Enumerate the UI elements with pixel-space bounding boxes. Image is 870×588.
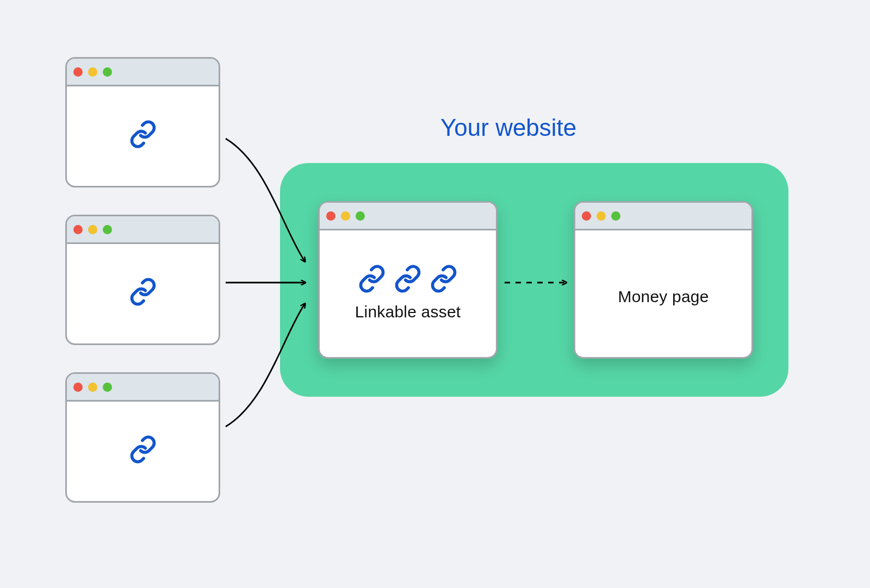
- traffic-light-red-icon: [73, 383, 83, 392]
- linkable-asset-window: Linkable asset: [318, 201, 498, 359]
- window-titlebar: [320, 203, 496, 230]
- link-icon: [358, 265, 386, 295]
- traffic-light-red-icon: [73, 225, 83, 234]
- traffic-light-yellow-icon: [341, 211, 350, 221]
- traffic-light-green-icon: [103, 383, 112, 392]
- traffic-light-green-icon: [611, 211, 620, 221]
- traffic-light-red-icon: [326, 211, 335, 221]
- link-icon: [394, 265, 422, 295]
- window-titlebar: [67, 59, 219, 86]
- traffic-light-yellow-icon: [88, 383, 97, 392]
- traffic-light-green-icon: [103, 225, 112, 234]
- link-icon: [430, 265, 458, 295]
- money-page-window: Money page: [574, 201, 753, 359]
- traffic-light-green-icon: [103, 67, 112, 77]
- traffic-light-red-icon: [582, 211, 591, 221]
- your-website-heading: Your website: [440, 114, 576, 141]
- link-icon: [129, 278, 157, 308]
- window-body: [67, 242, 219, 343]
- window-body: [67, 85, 219, 186]
- linkable-asset-label: Linkable asset: [355, 303, 461, 321]
- traffic-light-yellow-icon: [596, 211, 606, 221]
- external-site-window: [65, 215, 220, 345]
- external-site-window: [65, 57, 220, 187]
- traffic-light-red-icon: [73, 67, 83, 77]
- window-titlebar: [575, 203, 751, 230]
- traffic-light-green-icon: [356, 211, 365, 221]
- window-body: [67, 400, 219, 501]
- window-body: Linkable asset: [320, 229, 496, 357]
- traffic-light-yellow-icon: [88, 225, 97, 234]
- external-site-window: [65, 372, 220, 503]
- link-icon: [129, 120, 157, 151]
- traffic-light-yellow-icon: [88, 67, 97, 77]
- window-titlebar: [67, 374, 219, 402]
- window-titlebar: [67, 216, 219, 244]
- window-body: Money page: [575, 229, 751, 357]
- link-icon-row: [358, 265, 458, 295]
- money-page-label: Money page: [618, 287, 709, 306]
- link-icon: [129, 435, 157, 466]
